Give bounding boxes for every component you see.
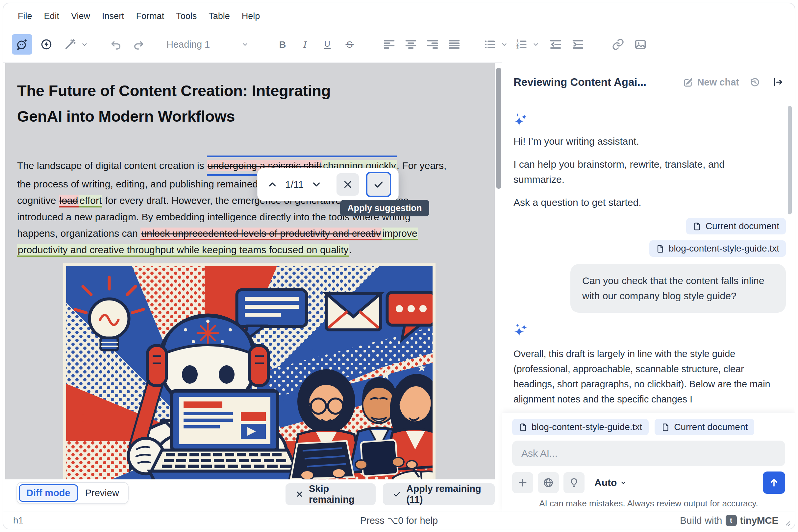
magic-wand-dropdown[interactable] bbox=[60, 34, 89, 55]
context-chip: blog-content-style-guide.txt bbox=[649, 240, 786, 257]
model-selector[interactable]: Auto bbox=[594, 477, 627, 488]
bullet-list-dropdown[interactable] bbox=[480, 34, 508, 55]
align-right-button[interactable] bbox=[422, 34, 443, 55]
add-attachment-button[interactable] bbox=[512, 472, 533, 493]
view-mode-toggle: Diff mode Preview bbox=[16, 482, 129, 504]
reject-suggestion-button[interactable] bbox=[336, 173, 359, 196]
italic-button[interactable]: I bbox=[295, 34, 315, 55]
undo-button[interactable] bbox=[106, 34, 126, 55]
apply-remaining-button[interactable]: Apply remaining (11) bbox=[383, 483, 495, 505]
indent-button[interactable] bbox=[568, 34, 588, 55]
check-icon bbox=[393, 489, 401, 499]
sidebar-header: Reviewing Content Agai... New chat bbox=[502, 62, 795, 102]
menu-table[interactable]: Table bbox=[203, 9, 236, 23]
collapse-sidebar-button[interactable] bbox=[771, 75, 785, 90]
document-icon bbox=[661, 423, 670, 432]
heading-style-dropdown[interactable]: Heading 1 bbox=[162, 34, 254, 55]
inserted-text[interactable]: improve bbox=[382, 228, 418, 240]
underline-icon: U bbox=[321, 38, 334, 51]
chevron-down-icon bbox=[532, 40, 540, 49]
ai-shortcuts-button[interactable] bbox=[36, 34, 57, 55]
underline-button[interactable]: U bbox=[317, 34, 337, 55]
chat-input-panel: blog-content-style-guide.txtCurrent docu… bbox=[502, 413, 795, 512]
strikethrough-button[interactable]: S bbox=[339, 34, 360, 55]
menu-file[interactable]: File bbox=[12, 9, 38, 23]
assistant-greeting-line: Hi! I’m your writing assistant. bbox=[514, 134, 763, 149]
justify-button[interactable] bbox=[444, 34, 464, 55]
svg-text:U: U bbox=[324, 39, 330, 48]
ai-assistant-button[interactable] bbox=[12, 34, 32, 55]
user-message-bubble: Can you check that the content falls inl… bbox=[570, 264, 786, 313]
context-chip[interactable]: blog-content-style-guide.txt bbox=[512, 419, 649, 435]
align-left-icon bbox=[383, 38, 395, 51]
undo-icon bbox=[110, 38, 122, 51]
brand-name: tinyMCE bbox=[740, 515, 779, 526]
menu-format[interactable]: Format bbox=[130, 9, 170, 23]
document-image[interactable] bbox=[63, 263, 435, 479]
chevron-down-icon bbox=[500, 40, 508, 49]
preview-tab[interactable]: Preview bbox=[78, 484, 126, 502]
heading-style-label: Heading 1 bbox=[166, 39, 210, 50]
indent-icon bbox=[572, 38, 584, 51]
align-left-button[interactable] bbox=[379, 34, 399, 55]
assistant-greeting-line: Ask a question to get started. bbox=[514, 195, 763, 210]
skip-remaining-button[interactable]: Skip remaining bbox=[285, 483, 376, 505]
resize-handle-icon[interactable] bbox=[783, 518, 792, 527]
menu-edit[interactable]: Edit bbox=[38, 9, 66, 23]
document-title-line: The Future of Content Creation: Integrat… bbox=[17, 78, 495, 103]
next-suggestion-button[interactable] bbox=[309, 177, 324, 192]
menu-insert[interactable]: Insert bbox=[96, 9, 130, 23]
tinymce-logo-icon: t bbox=[726, 515, 737, 526]
new-chat-icon bbox=[683, 77, 693, 88]
magic-wand-button[interactable] bbox=[60, 34, 80, 55]
numbered-list-dropdown[interactable]: 123 bbox=[511, 34, 540, 55]
inserted-text[interactable]: productivity and creative throughput whi… bbox=[17, 244, 349, 257]
align-right-icon bbox=[426, 38, 439, 51]
inserted-text[interactable]: effort bbox=[79, 195, 102, 208]
web-search-button[interactable] bbox=[538, 472, 559, 493]
assistant-greeting-line: I can help you brainstorm, rewrite, tran… bbox=[514, 157, 763, 187]
branding[interactable]: Build with t tinyMCE bbox=[680, 512, 778, 529]
svg-text:I: I bbox=[303, 39, 307, 50]
document-canvas[interactable]: The Future of Content Creation: Integrat… bbox=[5, 63, 495, 479]
ideas-button[interactable] bbox=[563, 472, 584, 493]
svg-text:3: 3 bbox=[516, 45, 519, 50]
plus-icon bbox=[517, 477, 528, 488]
ai-sparkle-icon bbox=[514, 112, 528, 127]
document-text: The landscape of digital content creatio… bbox=[17, 160, 207, 171]
outdent-button[interactable] bbox=[545, 34, 566, 55]
apply-suggestion-button[interactable] bbox=[366, 172, 391, 197]
image-icon bbox=[634, 38, 647, 51]
context-chip[interactable]: Current document bbox=[654, 419, 754, 435]
align-center-button[interactable] bbox=[401, 34, 421, 55]
app-window: FileEditViewInsertFormatToolsTableHelp H… bbox=[3, 3, 795, 529]
send-button[interactable] bbox=[763, 472, 785, 494]
skip-remaining-label: Skip remaining bbox=[309, 483, 366, 505]
numbered-list-button[interactable]: 123 bbox=[511, 34, 532, 55]
paragraph-line: happens, organizations can unlock unprec… bbox=[17, 225, 495, 242]
redo-button[interactable] bbox=[128, 34, 149, 55]
history-icon bbox=[749, 77, 761, 88]
menu-help[interactable]: Help bbox=[236, 9, 266, 23]
diff-mode-tab[interactable]: Diff mode bbox=[19, 484, 78, 502]
insert-image-button[interactable] bbox=[630, 34, 651, 55]
link-button[interactable] bbox=[608, 34, 628, 55]
apply-suggestion-tooltip: Apply suggestion bbox=[340, 200, 429, 216]
deleted-text[interactable]: unlock unprecedented levels of productiv… bbox=[141, 228, 382, 240]
previous-suggestion-button[interactable] bbox=[265, 177, 280, 192]
chat-history-button[interactable] bbox=[748, 75, 762, 90]
chat-message-list[interactable]: Hi! I’m your writing assistant.I can hel… bbox=[502, 102, 795, 413]
menu-tools[interactable]: Tools bbox=[170, 9, 203, 23]
link-icon bbox=[612, 38, 624, 51]
menu-view[interactable]: View bbox=[65, 9, 96, 23]
ask-ai-input[interactable] bbox=[512, 441, 785, 466]
bullet-list-button[interactable] bbox=[480, 34, 500, 55]
editor-scrollbar[interactable] bbox=[496, 65, 501, 478]
new-chat-button[interactable]: New chat bbox=[683, 77, 739, 88]
bold-button[interactable]: B bbox=[272, 34, 293, 55]
sidebar-scrollbar-thumb[interactable] bbox=[788, 106, 792, 214]
deleted-text[interactable]: load bbox=[59, 195, 79, 208]
document-text: . For years, bbox=[397, 160, 447, 171]
editor-scrollbar-thumb[interactable] bbox=[496, 68, 501, 189]
magic-wand-icon bbox=[64, 38, 76, 51]
